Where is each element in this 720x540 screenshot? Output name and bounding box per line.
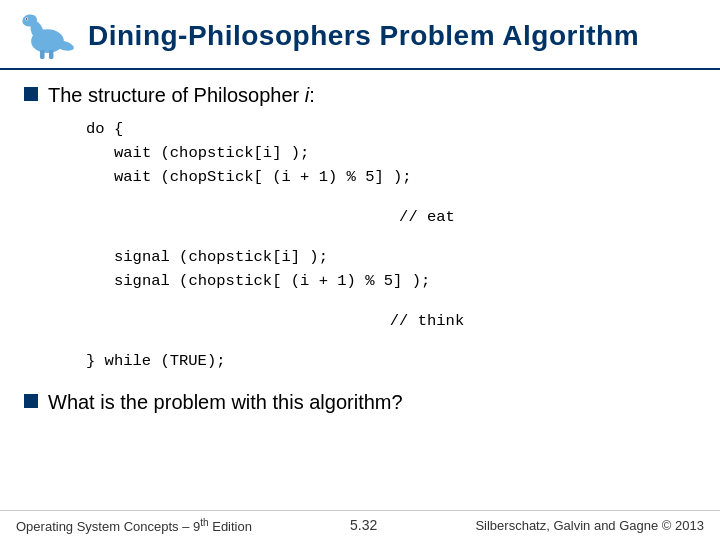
footer-left: Operating System Concepts – 9th Edition xyxy=(16,517,252,534)
dinosaur-icon xyxy=(16,10,76,62)
svg-rect-5 xyxy=(49,50,53,59)
code-line-2: wait (chopstick[i] ); xyxy=(58,141,696,165)
code-comment-1: // eat xyxy=(58,205,696,229)
slide-footer: Operating System Concepts – 9th Edition … xyxy=(0,510,720,540)
slide-content: The structure of Philosopher i: do { wai… xyxy=(0,70,720,414)
code-line-3: wait (chopStick[ (i + 1) % 5] ); xyxy=(58,165,696,189)
svg-rect-4 xyxy=(40,50,44,59)
page-title: Dining-Philosophers Problem Algorithm xyxy=(88,20,639,52)
bullet-icon-2 xyxy=(24,394,38,408)
code-line-1: do { xyxy=(58,117,696,141)
slide-header: Dining-Philosophers Problem Algorithm xyxy=(0,0,720,70)
code-line-4: signal (chopstick[i] ); xyxy=(58,245,696,269)
footer-page-number: 5.32 xyxy=(350,517,377,533)
bullet-icon-1 xyxy=(24,87,38,101)
code-block: do { wait (chopstick[i] ); wait (chopSti… xyxy=(58,117,696,373)
code-line-5: signal (chopstick[ (i + 1) % 5] ); xyxy=(58,269,696,293)
bullet-item-1: The structure of Philosopher i: xyxy=(24,84,696,107)
svg-point-7 xyxy=(26,18,27,19)
bullet-text-1: The structure of Philosopher i: xyxy=(48,84,315,107)
bullet-text-2: What is the problem with this algorithm? xyxy=(48,391,403,414)
footer-right: Silberschatz, Galvin and Gagne © 2013 xyxy=(475,518,704,533)
bullet-item-2: What is the problem with this algorithm? xyxy=(24,391,696,414)
code-comment-2: // think xyxy=(58,309,696,333)
code-line-6: } while (TRUE); xyxy=(58,349,696,373)
